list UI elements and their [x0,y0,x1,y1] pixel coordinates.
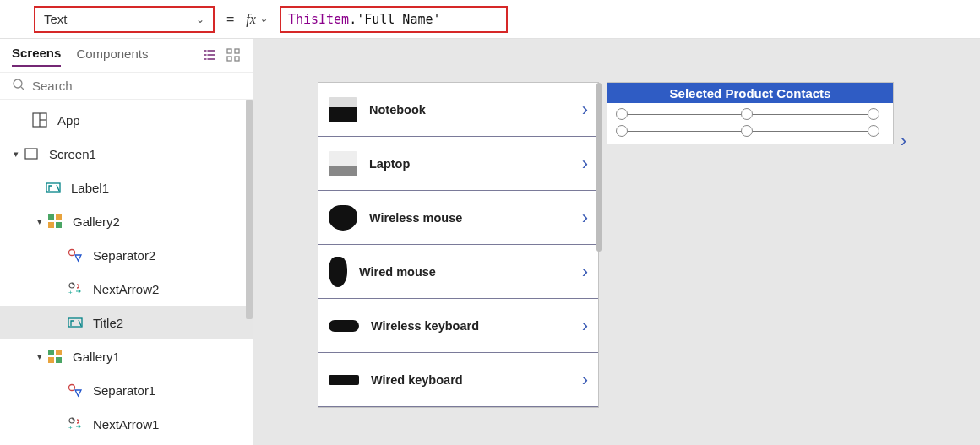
property-dropdown[interactable]: Text ⌄ [34,6,215,33]
tree-item-title2[interactable]: Title2 [0,306,253,339]
gallery-contacts[interactable]: Selected Product Contacts › [607,82,894,144]
gallery-row[interactable]: Wired mouse › [318,245,598,299]
tree-search[interactable] [0,72,253,100]
tree-tabs: Screens Components [0,39,253,67]
product-label: Wireless keyboard [371,319,582,333]
tree-item-label: Screen1 [49,147,96,161]
formula-object: ThisItem [288,12,349,27]
chevron-right-icon[interactable]: › [582,261,588,283]
svg-marker-25 [75,390,81,396]
tree-item-label: Separator2 [93,248,155,263]
fx-label[interactable]: fx ⌄ [246,12,268,27]
tree-item-label: Label1 [71,181,109,195]
gallery-icon [46,212,64,231]
gallery-scrollbar[interactable] [596,83,602,407]
svg-marker-16 [75,255,81,261]
svg-point-15 [69,250,75,256]
formula-bar: Text ⌄ = fx ⌄ ThisItem.'Full Name' [0,0,980,39]
tab-screens[interactable]: Screens [12,46,61,67]
tree-item-label: Gallery1 [73,350,120,364]
chevron-down-icon[interactable]: ▾ [10,149,22,160]
gallery-products[interactable]: Notebook › Laptop › Wireless mouse › Wir… [318,82,599,408]
tree-item-separator1[interactable]: Separator1 [0,373,253,407]
chevron-right-icon[interactable]: › [582,153,588,175]
chevron-down-icon[interactable]: ▾ [34,351,46,362]
tree-item-nextarrow2[interactable]: + NextArrow2 [0,272,253,306]
canvas[interactable]: Notebook › Laptop › Wireless mouse › Wir… [253,39,980,445]
tree-item-gallery1[interactable]: ▾ Gallery1 [0,339,253,373]
tree-item-gallery2[interactable]: ▾ Gallery2 [0,204,253,238]
product-label: Notebook [369,103,582,117]
tree-scrollbar[interactable] [244,100,253,445]
separator-icon [66,381,84,399]
label-icon [44,178,63,197]
svg-point-17 [69,283,74,288]
gallery-row[interactable]: Wireless keyboard › [318,299,598,353]
contacts-header: Selected Product Contacts [607,83,893,103]
label-icon [66,313,84,332]
tree-item-label: Gallery2 [73,214,120,229]
svg-point-26 [69,418,74,423]
svg-rect-23 [56,357,62,363]
product-image-icon [329,257,347,287]
tree-item-nextarrow1[interactable]: + NextArrow1 [0,407,253,441]
search-icon [12,78,25,94]
nextarrow-icon: + [66,279,84,298]
chevron-right-icon[interactable]: › [582,315,588,337]
tree-item-separator2[interactable]: Separator2 [0,238,253,272]
tree-item-app[interactable]: App [0,103,253,137]
tree-item-screen1[interactable]: ▾ Screen1 [0,137,253,171]
svg-rect-1 [235,49,239,53]
tree-item-label: NextArrow2 [93,282,159,296]
chevron-down-icon[interactable]: ▾ [34,216,46,227]
tree-item-label1[interactable]: Label1 [0,171,253,204]
gallery-row[interactable]: Laptop › [318,137,598,191]
svg-text:+: + [68,289,73,296]
chevron-right-icon[interactable]: › [901,130,906,152]
svg-rect-12 [56,214,62,220]
svg-text:+: + [68,424,73,431]
gallery-row[interactable]: Wired keyboard › [318,353,598,407]
scrollbar-thumb[interactable] [246,100,253,319]
svg-rect-13 [48,222,54,228]
formula-rest: .'Full Name' [349,12,440,27]
svg-line-5 [21,87,24,90]
screen-icon [22,144,41,163]
chevron-right-icon[interactable]: › [582,207,588,229]
tree-view: App ▾ Screen1 Label1 ▾ [0,100,253,445]
product-label: Wired keyboard [371,373,582,387]
scrollbar-thumb[interactable] [596,83,602,252]
tree-item-label: NextArrow1 [93,417,159,431]
product-label: Laptop [369,157,582,171]
nextarrow-icon: + [66,415,84,433]
product-image-icon [329,151,357,176]
chevron-down-icon: ⌄ [259,13,268,25]
svg-rect-14 [56,222,62,228]
svg-rect-11 [48,214,54,220]
grid-view-icon[interactable] [226,47,241,65]
svg-rect-22 [48,357,54,363]
svg-point-4 [14,79,22,88]
contacts-template-skeleton: › [607,103,893,144]
tree-item-label: Title2 [93,316,123,330]
svg-point-24 [69,385,75,391]
gallery-row[interactable]: Wireless mouse › [318,191,598,245]
gallery-icon [46,347,64,366]
chevron-right-icon[interactable]: › [582,369,588,391]
svg-rect-0 [227,49,231,53]
product-label: Wired mouse [359,265,582,279]
tree-item-label: App [57,113,80,128]
chevron-right-icon[interactable]: › [582,99,588,121]
formula-input[interactable]: ThisItem.'Full Name' [280,6,508,33]
product-image-icon [329,375,359,385]
svg-rect-20 [48,350,54,355]
tree-view-panel: Screens Components [0,39,253,445]
product-image-icon [329,320,359,332]
gallery-row[interactable]: Notebook › [318,83,598,137]
svg-rect-3 [235,57,239,61]
product-image-icon [329,97,357,122]
tab-components[interactable]: Components [76,46,148,66]
list-view-icon[interactable] [202,47,217,65]
app-icon [30,111,49,129]
search-input[interactable] [32,79,241,93]
